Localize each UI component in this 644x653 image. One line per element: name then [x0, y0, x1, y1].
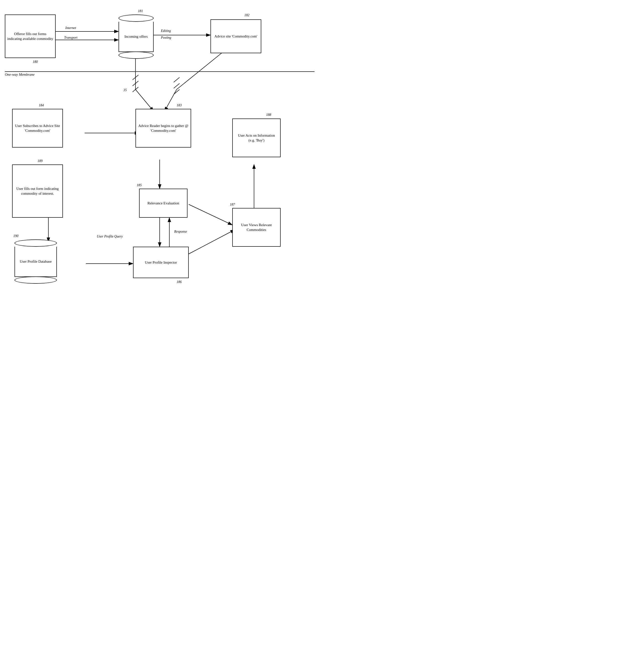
ref-186: 186: [176, 280, 182, 284]
user-fills-form-box: User fills out form indicating commodity…: [12, 165, 63, 218]
diagram-container: Offeror fills out forms indicating avail…: [0, 0, 322, 326]
svg-line-13: [174, 90, 180, 94]
ref-189: 189: [38, 159, 43, 163]
ref-184: 184: [39, 103, 44, 107]
user-views-box: User Views Relevant Commodities: [232, 208, 281, 247]
transport-label: Transport: [64, 36, 77, 40]
ref-185: 185: [137, 183, 142, 187]
internet-label: Internet: [65, 26, 76, 30]
user-subscribes-box: User Subscribes to Advice Site 'Commodit…: [12, 109, 63, 147]
response-label: Response: [174, 230, 187, 234]
svg-line-9: [136, 90, 153, 111]
user-profile-query-label: User Profile Query: [97, 235, 123, 239]
ref-181: 181: [138, 9, 143, 13]
svg-line-6: [133, 75, 138, 80]
offeror-box: Offeror fills out forms indicating avail…: [5, 15, 56, 58]
svg-line-14: [165, 90, 176, 111]
ref-188: 188: [266, 113, 271, 117]
incoming-offers-cylinder: Incoming offers: [119, 15, 153, 59]
advice-reader-box: Advice Reader begins to gather @ 'Commod…: [136, 109, 191, 147]
relevance-eval-box: Relevance Evaluation: [139, 189, 188, 218]
ref-35: 35: [123, 88, 127, 92]
svg-line-23: [189, 204, 232, 225]
ref-182: 182: [244, 13, 249, 17]
user-profile-db-cylinder: User Profile Database: [15, 239, 57, 284]
svg-line-10: [176, 48, 228, 90]
svg-line-7: [133, 81, 138, 86]
ref-183: 183: [176, 103, 182, 107]
ref-187: 187: [230, 203, 235, 207]
ref-180: 180: [33, 60, 38, 64]
svg-line-11: [174, 77, 180, 82]
posting-label: Posting: [161, 36, 171, 40]
membrane-label: One-way Membrane: [5, 73, 34, 77]
svg-line-12: [174, 83, 180, 88]
svg-line-21: [189, 230, 235, 254]
ref-190: 190: [13, 234, 18, 238]
membrane-line: [5, 71, 314, 72]
editing-label: Editing: [161, 29, 171, 33]
user-acts-box: User Acts on Information (e.g. 'Buy'): [232, 119, 281, 157]
user-profile-inspector-box: User Profile Inspector: [133, 247, 189, 278]
advice-site-box: Advice site 'Commodity.com': [211, 19, 261, 53]
svg-line-8: [133, 87, 138, 92]
